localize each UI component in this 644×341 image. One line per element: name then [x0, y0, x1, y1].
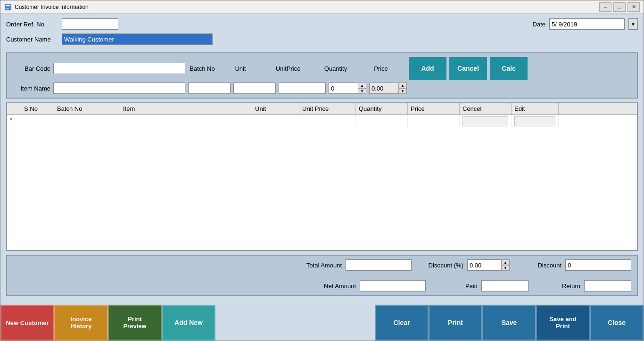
main-content: Order Ref. No Customer Name Date ▼ Bar C…	[0, 14, 644, 301]
date-input[interactable]	[549, 18, 625, 30]
unitprice-input[interactable]	[279, 83, 326, 94]
unitprice-col-label: UnitPrice	[264, 65, 312, 72]
maximize-button[interactable]: □	[613, 2, 626, 12]
window-title: Customer Invoice Information	[15, 4, 599, 10]
price-spin-btns: ▲ ▼	[398, 83, 407, 94]
batchno-input[interactable]	[188, 83, 231, 94]
minimize-button[interactable]: −	[599, 2, 611, 12]
paid-label: Paid	[435, 283, 478, 290]
date-area: Date ▼	[533, 18, 638, 30]
order-ref-row: Order Ref. No	[6, 18, 213, 30]
discount-pct-label: Disocunt (%)	[421, 262, 463, 269]
quantity-spinner[interactable]: ▲ ▼	[329, 83, 366, 94]
row-edit[interactable]	[512, 115, 559, 128]
discount-label: Discount	[519, 262, 561, 269]
col-header-indicator	[7, 103, 21, 114]
total-amount-row: Total Amount	[299, 259, 412, 271]
price-spinner: ▲ ▼	[369, 83, 407, 94]
discount-input[interactable]	[565, 259, 631, 271]
row-cancel-input[interactable]	[462, 116, 508, 126]
items-grid: S.No Batch No Item Unit Unit Price Quant…	[6, 102, 638, 251]
price-spin-up[interactable]: ▲	[398, 83, 407, 88]
invoice-history-button[interactable]: InoviceHistory	[54, 305, 108, 341]
col-header-batchno: Batch No	[54, 103, 120, 114]
unit-col-label: Unit	[219, 65, 262, 72]
unit-input[interactable]	[233, 83, 276, 94]
quantity-spin-up[interactable]: ▲	[358, 83, 366, 88]
date-label: Date	[533, 21, 545, 28]
paid-row: Paid	[435, 280, 528, 291]
save-print-button[interactable]: Save andPrint	[536, 305, 590, 341]
net-amount-input[interactable]	[360, 280, 426, 291]
close-button[interactable]: Close	[590, 305, 644, 341]
save-button[interactable]: Save	[482, 305, 536, 341]
cancel-button[interactable]: Cancel	[449, 57, 487, 80]
add-new-button[interactable]: Add New	[162, 305, 215, 341]
row-price	[408, 115, 460, 128]
row-item	[120, 115, 252, 128]
row-sno	[21, 115, 54, 128]
top-area: Order Ref. No Customer Name Date ▼	[6, 18, 638, 45]
col-header-quantity: Quantity	[356, 103, 408, 114]
customer-name-label: Customer Name	[6, 36, 58, 43]
new-customer-button[interactable]: New Customer	[0, 305, 54, 341]
batchno-col-label: Batch No	[188, 65, 216, 72]
main-window: Customer Invoice Information − □ ✕ Order…	[0, 0, 644, 341]
window-controls: − □ ✕	[599, 2, 640, 12]
return-row: Return	[538, 280, 631, 291]
barcode-input[interactable]	[53, 63, 185, 74]
discount-pct-down[interactable]: ▼	[501, 265, 510, 271]
total-amount-label: Total Amount	[299, 262, 342, 269]
net-amount-label: Net Amount	[314, 283, 356, 290]
print-preview-button[interactable]: PrintPreview	[108, 305, 162, 341]
app-icon	[4, 3, 12, 11]
svg-rect-1	[6, 5, 10, 6]
col-header-unit: Unit	[252, 103, 299, 114]
item-name-input[interactable]	[53, 83, 185, 94]
return-label: Return	[538, 283, 580, 290]
item-name-label: Item Name	[13, 85, 50, 92]
window-close-button[interactable]: ✕	[627, 2, 640, 12]
return-input[interactable]	[584, 280, 631, 291]
col-header-price: Price	[408, 103, 460, 114]
table-row: *	[7, 115, 637, 128]
price-col-label: Price	[360, 65, 402, 72]
row-indicator: *	[7, 115, 21, 128]
grid-header: S.No Batch No Item Unit Unit Price Quant…	[7, 103, 637, 115]
entry-panel: Bar Code Batch No Unit UnitPrice Quantit…	[6, 52, 638, 99]
paid-input[interactable]	[481, 280, 528, 291]
calc-button[interactable]: Calc	[490, 57, 528, 80]
add-button[interactable]: Add	[409, 57, 446, 80]
svg-rect-3	[6, 8, 9, 8]
title-bar: Customer Invoice Information − □ ✕	[0, 0, 644, 14]
price-spin-down[interactable]: ▼	[398, 88, 407, 94]
order-ref-input[interactable]	[62, 18, 118, 30]
col-header-item: Item	[120, 103, 252, 114]
discount-pct-spinner[interactable]: ▲ ▼	[467, 259, 510, 271]
second-summary-row: Net Amount Paid Return	[13, 280, 631, 291]
col-header-unitprice: Unit Price	[299, 103, 356, 114]
svg-rect-2	[6, 7, 10, 7]
summary-section: Total Amount Disocunt (%) ▲ ▼ Discount	[6, 255, 638, 296]
row-quantity	[356, 115, 408, 128]
order-ref-label: Order Ref. No	[6, 21, 58, 28]
net-amount-row: Net Amount	[314, 280, 426, 291]
customer-name-input[interactable]	[62, 33, 213, 45]
clear-button[interactable]: Clear	[375, 305, 429, 341]
total-amount-input[interactable]	[346, 259, 412, 271]
entry-header-row: Bar Code Batch No Unit UnitPrice Quantit…	[13, 57, 631, 80]
quantity-spin-btns: ▲ ▼	[358, 83, 366, 94]
row-cancel[interactable]	[460, 115, 512, 128]
row-unitprice	[299, 115, 356, 128]
print-button[interactable]: Print	[429, 305, 482, 341]
row-unit	[252, 115, 299, 128]
date-picker-button[interactable]: ▼	[628, 18, 638, 30]
discount-pct-spin-btns: ▲ ▼	[501, 259, 510, 271]
discount-row: Discount	[519, 259, 631, 271]
top-left-fields: Order Ref. No Customer Name	[6, 18, 213, 45]
row-edit-input[interactable]	[514, 116, 555, 126]
discount-pct-up[interactable]: ▲	[501, 259, 510, 265]
quantity-spin-down[interactable]: ▼	[358, 88, 366, 94]
barcode-label: Bar Code	[13, 65, 50, 72]
entry-input-row: Item Name ▲ ▼ ▲ ▼	[13, 83, 631, 94]
